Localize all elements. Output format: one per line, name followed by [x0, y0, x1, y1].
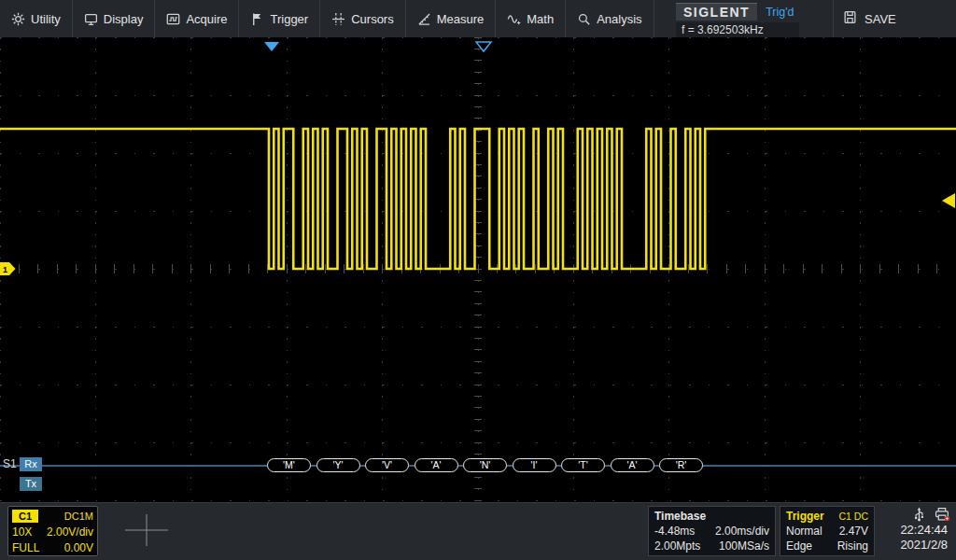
- menu-item-trigger[interactable]: Trigger: [239, 0, 320, 37]
- save-button[interactable]: SAVE: [833, 0, 906, 37]
- trigger-status: Trig'd: [766, 6, 794, 19]
- channel1-panel[interactable]: C1 DC1M 10X 2.00V/div FULL 0.00V: [7, 506, 98, 556]
- math-icon: [507, 12, 521, 26]
- decode-bubble: 'N': [463, 458, 507, 472]
- decode-bubble: 'M': [267, 458, 311, 472]
- timebase-scale: 2.00ms/div: [715, 524, 769, 539]
- save-icon: [843, 10, 857, 27]
- channel1-probe: 10X: [12, 525, 32, 539]
- menu-item-measure[interactable]: Measure: [406, 0, 497, 37]
- decode-bubble: 'I': [513, 458, 556, 472]
- save-label: SAVE: [865, 12, 896, 26]
- timebase-delay: -4.48ms: [654, 524, 695, 539]
- menu-items: UtilityDisplayAcquireTriggerCursorsMeasu…: [0, 0, 674, 37]
- menu-item-label: Display: [104, 12, 144, 26]
- menu-item-label: Utility: [31, 12, 61, 26]
- menu-item-analysis[interactable]: Analysis: [566, 0, 654, 37]
- trigger-position-marker[interactable]: [264, 42, 279, 51]
- trigger-frequency-readout: f = 3.692503kHz: [676, 22, 799, 37]
- timebase-title: Timebase: [654, 509, 769, 524]
- siglent-logo: SIGLENT: [676, 3, 757, 21]
- channel1-offset-marker[interactable]: 1: [0, 262, 16, 275]
- measure-icon: [417, 12, 431, 26]
- decode-bubble: 'A': [611, 458, 654, 472]
- graticule-grid: [0, 37, 956, 500]
- decode-bubble: 'Y': [316, 458, 360, 472]
- waveform-area[interactable]: 1 S1 Rx Tx 'M''Y''V''A''N''I''T''A''R': [0, 37, 956, 502]
- channel1-badge: C1: [12, 510, 38, 523]
- cursors-icon: [331, 12, 345, 26]
- menu-item-math[interactable]: Math: [496, 0, 566, 37]
- trigger-title: Trigger: [786, 509, 824, 524]
- gear-icon: [11, 12, 25, 26]
- display-icon: [84, 12, 98, 26]
- decode-rx-badge: Rx: [20, 457, 42, 471]
- channel1-scale: 2.00V/div: [47, 525, 93, 539]
- clock-time: 22:24:44: [900, 523, 948, 538]
- menu-item-label: Measure: [437, 12, 485, 26]
- trigger-slope: Rising: [837, 539, 868, 553]
- decode-tx-badge: Tx: [20, 477, 42, 491]
- trigger-source: C1 DC: [838, 509, 868, 524]
- menu-item-utility[interactable]: Utility: [0, 0, 73, 37]
- svg-text:1: 1: [3, 265, 7, 274]
- trigger-type: Edge: [786, 539, 812, 553]
- brand-cluster: SIGLENT Trig'd f = 3.692503kHz: [676, 0, 816, 37]
- decode-bubble: 'T': [561, 458, 605, 472]
- crosshair-icon: [125, 514, 168, 550]
- waveform-svg: 1: [0, 37, 956, 502]
- menu-bar: UtilityDisplayAcquireTriggerCursorsMeasu…: [0, 0, 956, 37]
- analysis-icon: [577, 12, 591, 26]
- flag-icon: [250, 12, 264, 26]
- trigger-mode: Normal: [786, 524, 822, 539]
- clock: 22:24:44 2021/2/8: [900, 523, 948, 553]
- timebase-samplerate: 100MSa/s: [719, 539, 769, 553]
- status-bar: C1 DC1M 10X 2.00V/div FULL 0.00V Timebas…: [0, 502, 956, 560]
- channel1-offset: 0.00V: [64, 541, 93, 554]
- menu-item-label: Cursors: [351, 12, 394, 26]
- menu-item-display[interactable]: Display: [73, 0, 156, 37]
- timebase-panel[interactable]: Timebase -4.48ms 2.00ms/div 2.00Mpts 100…: [648, 506, 776, 556]
- trigger-panel[interactable]: Trigger C1 DC Normal 2.47V Edge Rising: [780, 506, 875, 556]
- acquire-icon: [166, 12, 180, 26]
- decode-bus-label: S1: [3, 457, 17, 470]
- decode-bubble: 'V': [365, 458, 409, 472]
- trigger-level: 2.47V: [839, 524, 868, 539]
- trigger-level-marker[interactable]: [942, 193, 955, 208]
- menu-item-cursors[interactable]: Cursors: [320, 0, 406, 37]
- menu-item-label: Trigger: [270, 12, 308, 26]
- decode-bubble: 'R': [659, 458, 703, 472]
- channel1-coupling: DC1M: [64, 511, 93, 522]
- menu-item-label: Math: [527, 12, 554, 26]
- clock-date: 2021/2/8: [900, 538, 948, 553]
- channel1-trace: [0, 129, 956, 269]
- timebase-memory: 2.00Mpts: [654, 539, 700, 553]
- decode-bubble: 'A': [415, 458, 458, 472]
- menu-item-label: Acquire: [186, 12, 227, 26]
- menu-item-label: Analysis: [597, 12, 641, 26]
- channel1-bandwidth: FULL: [12, 541, 39, 554]
- menu-item-acquire[interactable]: Acquire: [155, 0, 239, 37]
